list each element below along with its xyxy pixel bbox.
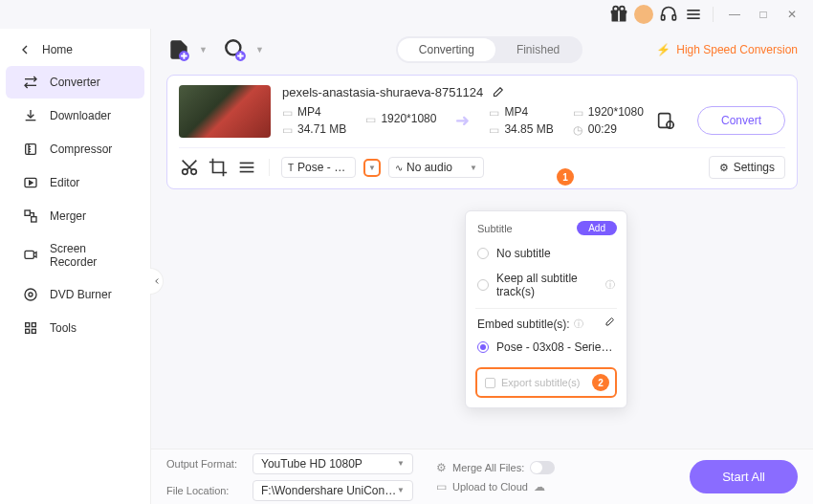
chevron-left-icon [17, 42, 33, 57]
start-all-button[interactable]: Start All [690, 460, 798, 493]
help-icon[interactable]: ⓘ [574, 318, 583, 331]
file-location-value: F:\Wondershare UniConverter 1 [261, 484, 397, 497]
sidebar-item-converter[interactable]: Converter [6, 66, 144, 99]
export-label: Export subtitle(s) [501, 377, 581, 388]
window-close[interactable]: ✕ [780, 8, 803, 21]
cloud-icon[interactable]: ☁ [534, 480, 545, 493]
svg-rect-5 [662, 15, 665, 20]
bottombar: Output Format: YouTube HD 1080P▼ File Lo… [151, 449, 813, 504]
svg-rect-18 [26, 323, 30, 327]
svg-rect-25 [659, 114, 670, 128]
dst-dur: 00:29 [588, 122, 617, 136]
subtitle-add-button[interactable]: Add [577, 221, 617, 235]
output-format-select[interactable]: YouTube HD 1080P▼ [253, 453, 413, 474]
gear-icon: ⚙ [719, 162, 729, 174]
output-settings-icon[interactable] [655, 110, 676, 131]
tab-converting[interactable]: Converting [398, 38, 495, 61]
sidebar-item-screen-recorder[interactable]: Screen Recorder [6, 233, 144, 277]
subtitle-icon: T [288, 163, 294, 173]
hsc-label: High Speed Conversion [676, 43, 798, 56]
bolt-icon: ⚡ [656, 43, 670, 56]
src-size: 34.71 MB [297, 122, 346, 136]
radio-icon [477, 341, 489, 353]
radio-icon [477, 248, 489, 259]
effects-icon[interactable] [236, 157, 257, 178]
high-speed-conversion[interactable]: ⚡ High Speed Conversion [656, 43, 798, 56]
edit-icon[interactable] [604, 317, 615, 331]
sidebar-collapse-handle[interactable] [150, 268, 164, 295]
main-panel: ▼ ▼ Converting Finished ⚡ High Speed Con… [151, 29, 813, 504]
trim-icon[interactable] [179, 157, 200, 178]
src-res: 1920*1080 [381, 112, 436, 125]
option-keep-all[interactable]: Keep all subtitle track(s) ⓘ [466, 266, 626, 304]
gift-icon[interactable] [609, 5, 628, 24]
file-location-label: File Location: [166, 485, 245, 496]
dst-res: 1920*1080 [588, 105, 644, 119]
sidebar-item-editor[interactable]: Editor [6, 166, 144, 199]
callout-2: 2 [592, 374, 609, 391]
tools-icon [23, 320, 38, 336]
clock-icon: ◷ [573, 123, 584, 135]
option-label: Pose - 03x08 - Series Finale ... [496, 340, 615, 354]
chevron-down-icon[interactable]: ▼ [255, 45, 264, 55]
svg-point-3 [613, 7, 618, 11]
arrow-right-icon: ➜ [455, 110, 470, 131]
tab-finished[interactable]: Finished [495, 38, 581, 61]
file-location-select[interactable]: F:\Wondershare UniConverter 1▼ [253, 480, 413, 501]
sidebar-item-merger[interactable]: Merger [6, 200, 144, 232]
avatar[interactable] [634, 5, 653, 24]
convert-button[interactable]: Convert [697, 106, 785, 135]
sidebar-item-label: Converter [50, 76, 100, 89]
sidebar-home[interactable]: Home [0, 34, 150, 65]
crop-icon[interactable] [208, 157, 229, 178]
sidebar-item-label: Editor [50, 176, 79, 189]
settings-button[interactable]: ⚙ Settings [709, 156, 785, 179]
window-maximize[interactable]: □ [752, 8, 775, 21]
sidebar-item-label: Screen Recorder [50, 242, 127, 269]
audio-select[interactable]: ∿ No audio ▼ [388, 157, 484, 178]
help-icon[interactable]: ⓘ [605, 278, 615, 292]
folder-icon: ▭ [489, 123, 500, 135]
sidebar-item-label: Downloader [50, 109, 111, 122]
folder-icon: ▭ [282, 123, 294, 135]
subtitle-dropdown-toggle[interactable]: ▼ [363, 159, 381, 177]
converter-icon [23, 75, 38, 90]
svg-rect-13 [25, 210, 30, 215]
headset-icon[interactable] [659, 5, 678, 24]
option-label: No subtitle [496, 247, 551, 260]
add-url-button[interactable] [223, 37, 248, 62]
dst-size: 34.85 MB [504, 122, 553, 136]
svg-marker-12 [30, 181, 33, 185]
output-format-value: YouTube HD 1080P [261, 457, 363, 471]
add-file-button[interactable] [166, 37, 191, 62]
merge-toggle[interactable] [530, 461, 555, 474]
hamburger-icon[interactable] [684, 5, 703, 24]
video-thumbnail[interactable] [179, 85, 271, 138]
svg-point-4 [620, 7, 625, 11]
svg-rect-6 [672, 15, 675, 20]
settings-label: Settings [734, 161, 775, 174]
svg-rect-15 [25, 251, 33, 258]
export-subtitles[interactable]: Export subtitle(s) 2 [475, 367, 617, 398]
sidebar: Home Converter Downloader Compressor Edi… [0, 29, 151, 504]
subtitle-select[interactable]: T Pose - 03x08 - ... [281, 157, 356, 178]
audio-value: No audio [406, 161, 452, 174]
sidebar-item-dvd-burner[interactable]: DVD Burner [6, 278, 144, 311]
option-no-subtitle[interactable]: No subtitle [466, 241, 626, 266]
output-format-label: Output Format: [166, 458, 245, 470]
sidebar-item-tools[interactable]: Tools [6, 312, 144, 344]
chevron-down-icon[interactable]: ▼ [199, 45, 208, 55]
option-embed-item[interactable]: Pose - 03x08 - Series Finale ... [466, 335, 626, 360]
merge-label: Merge All Files: [452, 462, 524, 473]
src-format: MP4 [297, 105, 321, 119]
svg-rect-19 [32, 323, 35, 327]
svg-rect-14 [32, 217, 36, 222]
folder-open-icon[interactable]: ▭ [436, 480, 447, 493]
rename-icon[interactable] [491, 86, 504, 99]
window-minimize[interactable]: — [723, 8, 746, 21]
gear-icon[interactable]: ⚙ [436, 461, 447, 474]
titlebar: — □ ✕ [0, 0, 813, 29]
sidebar-item-downloader[interactable]: Downloader [6, 99, 144, 132]
sidebar-item-compressor[interactable]: Compressor [6, 133, 144, 165]
svg-rect-21 [32, 329, 35, 333]
